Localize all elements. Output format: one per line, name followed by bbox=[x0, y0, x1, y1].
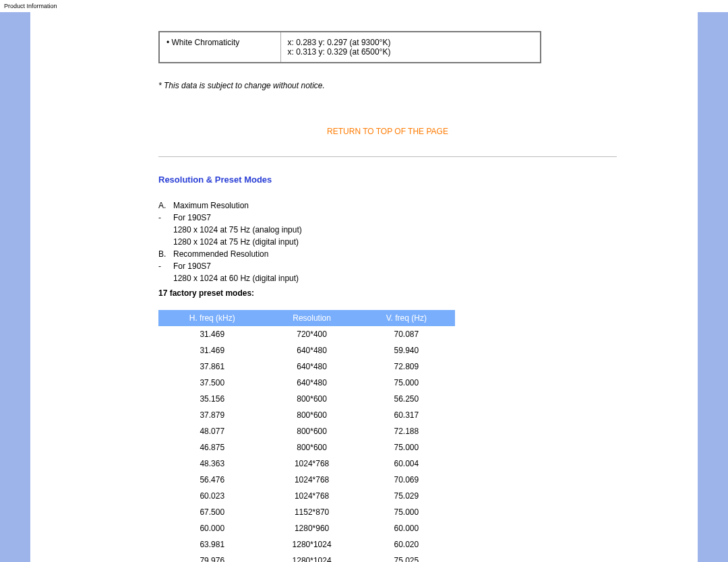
table-cell: 60.000 bbox=[159, 520, 266, 536]
col-resolution: Resolution bbox=[266, 311, 358, 326]
right-decor-bar bbox=[698, 12, 728, 562]
table-cell: 46.875 bbox=[159, 439, 266, 456]
spec-row: 1280 x 1024 at 75 Hz (analog input) bbox=[158, 224, 698, 236]
table-cell: 1024*768 bbox=[266, 472, 358, 488]
table-cell: 1280*1024 bbox=[266, 536, 358, 553]
table-row: 31.469640*48059.940 bbox=[159, 342, 455, 358]
section-title-resolution: Resolution & Preset Modes bbox=[158, 175, 698, 185]
divider bbox=[158, 156, 617, 157]
table-cell: 72.188 bbox=[358, 423, 454, 439]
table-row: 37.861640*48072.809 bbox=[159, 358, 455, 375]
main-column: • White Chromaticity x: 0.283 y: 0.297 (… bbox=[30, 12, 698, 562]
table-header-row: H. freq (kHz) Resolution V. freq (Hz) bbox=[159, 311, 455, 326]
table-cell: 60.020 bbox=[358, 536, 454, 553]
table-row: 35.156800*60056.250 bbox=[159, 391, 455, 407]
table-cell: 1280*1024 bbox=[266, 553, 358, 562]
table-cell: 31.469 bbox=[159, 326, 266, 343]
table-row: 63.9811280*102460.020 bbox=[159, 536, 455, 553]
table-cell: 800*600 bbox=[266, 407, 358, 423]
resolution-spec-list: A.Maximum Resolution -For 190S7 1280 x 1… bbox=[158, 199, 698, 284]
content-area: • White Chromaticity x: 0.283 y: 0.297 (… bbox=[30, 31, 698, 562]
marker-blank bbox=[158, 272, 173, 284]
table-cell: 35.156 bbox=[159, 391, 266, 407]
table-cell: 63.981 bbox=[159, 536, 266, 553]
table-cell: 60.000 bbox=[358, 520, 454, 536]
table-cell: 640*480 bbox=[266, 342, 358, 358]
marker-dash: - bbox=[158, 260, 173, 272]
table-cell: 1024*768 bbox=[266, 488, 358, 504]
table-cell: 800*600 bbox=[266, 423, 358, 439]
table-row: 37.879800*60060.317 bbox=[159, 407, 455, 423]
page-header: Product Information bbox=[0, 0, 728, 12]
preset-modes-heading: 17 factory preset modes: bbox=[158, 288, 698, 298]
table-row: 79.9761280*102475.025 bbox=[159, 553, 455, 562]
table-cell: 75.000 bbox=[358, 439, 454, 456]
white-chromaticity-table: • White Chromaticity x: 0.283 y: 0.297 (… bbox=[158, 31, 541, 63]
spec-row: 1280 x 1024 at 75 Hz (digital input) bbox=[158, 236, 698, 248]
table-cell: 37.500 bbox=[159, 375, 266, 391]
table-cell: 640*480 bbox=[266, 375, 358, 391]
table-row: 67.5001152*87075.000 bbox=[159, 504, 455, 520]
col-h-freq: H. freq (kHz) bbox=[159, 311, 266, 326]
table-row: 60.0001280*96060.000 bbox=[159, 520, 455, 536]
table-row: 46.875800*60075.000 bbox=[159, 439, 455, 456]
chroma-value-2: x: 0.313 y: 0.329 (at 6500°K) bbox=[288, 47, 534, 57]
preset-modes-table: H. freq (kHz) Resolution V. freq (Hz) 31… bbox=[158, 310, 455, 562]
table-cell: 48.077 bbox=[159, 423, 266, 439]
spec-a-line2: 1280 x 1024 at 75 Hz (digital input) bbox=[173, 236, 299, 248]
spec-b-line1: 1280 x 1024 at 60 Hz (digital input) bbox=[173, 272, 299, 284]
marker-blank bbox=[158, 224, 173, 236]
table-cell: 56.476 bbox=[159, 472, 266, 488]
left-decor-bar bbox=[0, 12, 30, 562]
return-to-top-link[interactable]: RETURN TO TOP OF THE PAGE bbox=[327, 127, 448, 136]
table-row: 48.3631024*76860.004 bbox=[159, 456, 455, 472]
table-row: 56.4761024*76870.069 bbox=[159, 472, 455, 488]
table-cell: 72.809 bbox=[358, 358, 454, 375]
table-cell: 75.029 bbox=[358, 488, 454, 504]
spec-a-for: For 190S7 bbox=[173, 212, 211, 224]
spec-row: 1280 x 1024 at 60 Hz (digital input) bbox=[158, 272, 698, 284]
table-cell: 75.000 bbox=[358, 504, 454, 520]
table-row: 60.0231024*76875.029 bbox=[159, 488, 455, 504]
marker-blank bbox=[158, 236, 173, 248]
table-row: 37.500640*48075.000 bbox=[159, 375, 455, 391]
table-cell: 56.250 bbox=[358, 391, 454, 407]
table-cell: 60.317 bbox=[358, 407, 454, 423]
spec-a-line1: 1280 x 1024 at 75 Hz (analog input) bbox=[173, 224, 302, 236]
table-cell: 48.363 bbox=[159, 456, 266, 472]
spec-b-for: For 190S7 bbox=[173, 260, 211, 272]
table-cell: 79.976 bbox=[159, 553, 266, 562]
table-cell: 37.861 bbox=[159, 358, 266, 375]
chroma-value-cell: x: 0.283 y: 0.297 (at 9300°K) x: 0.313 y… bbox=[280, 32, 541, 63]
table-cell: 800*600 bbox=[266, 439, 358, 456]
spec-row: -For 190S7 bbox=[158, 212, 698, 224]
table-row: 31.469720*40070.087 bbox=[159, 326, 455, 343]
marker-a: A. bbox=[158, 199, 173, 212]
table-row: 48.077800*60072.188 bbox=[159, 423, 455, 439]
table-cell: 800*600 bbox=[266, 391, 358, 407]
change-notice: * This data is subject to change without… bbox=[158, 81, 698, 90]
table-cell: 75.025 bbox=[358, 553, 454, 562]
table-cell: 1280*960 bbox=[266, 520, 358, 536]
marker-b: B. bbox=[158, 248, 173, 260]
table-cell: 720*400 bbox=[266, 326, 358, 343]
table-cell: 67.500 bbox=[159, 504, 266, 520]
table-cell: 1024*768 bbox=[266, 456, 358, 472]
spec-row: -For 190S7 bbox=[158, 260, 698, 272]
table-cell: 640*480 bbox=[266, 358, 358, 375]
table-cell: 70.087 bbox=[358, 326, 454, 343]
modes-tbody: 31.469720*40070.08731.469640*48059.94037… bbox=[159, 326, 455, 563]
spec-a-label: Maximum Resolution bbox=[173, 199, 249, 212]
table-cell: 60.023 bbox=[159, 488, 266, 504]
table-row: • White Chromaticity x: 0.283 y: 0.297 (… bbox=[159, 32, 541, 63]
table-cell: 60.004 bbox=[358, 456, 454, 472]
table-cell: 37.879 bbox=[159, 407, 266, 423]
table-cell: 75.000 bbox=[358, 375, 454, 391]
spec-row: B.Recommended Resolution bbox=[158, 248, 698, 260]
page-wrap: • White Chromaticity x: 0.283 y: 0.297 (… bbox=[0, 12, 728, 562]
spec-b-label: Recommended Resolution bbox=[173, 248, 268, 260]
table-cell: 70.069 bbox=[358, 472, 454, 488]
col-v-freq: V. freq (Hz) bbox=[358, 311, 454, 326]
chroma-value-1: x: 0.283 y: 0.297 (at 9300°K) bbox=[288, 38, 534, 47]
marker-dash: - bbox=[158, 212, 173, 224]
